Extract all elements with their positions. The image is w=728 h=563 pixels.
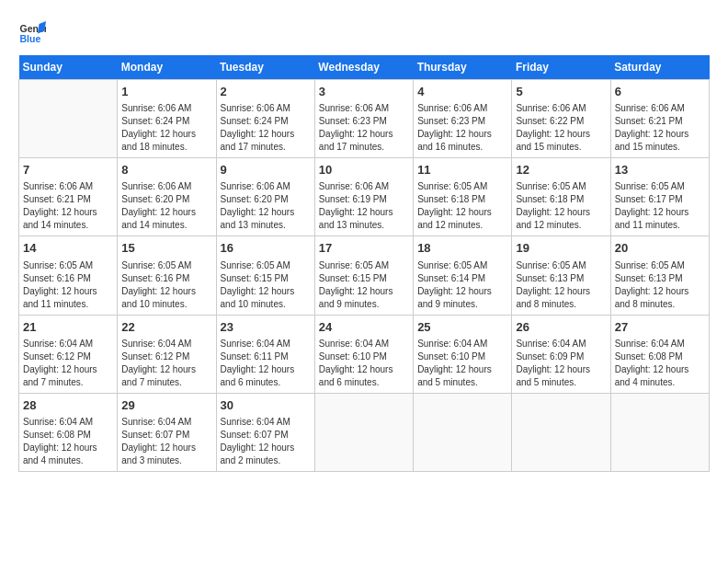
calendar-cell: 6Sunrise: 6:06 AM Sunset: 6:21 PM Daylig… bbox=[610, 80, 709, 158]
column-header-friday: Friday bbox=[512, 55, 610, 80]
calendar-week-row: 21Sunrise: 6:04 AM Sunset: 6:12 PM Dayli… bbox=[19, 315, 710, 393]
day-number: 24 bbox=[319, 319, 409, 336]
day-number: 18 bbox=[417, 240, 507, 257]
logo-icon: General Blue bbox=[18, 18, 46, 46]
calendar-cell: 22Sunrise: 6:04 AM Sunset: 6:12 PM Dayli… bbox=[118, 315, 216, 393]
calendar-cell: 20Sunrise: 6:05 AM Sunset: 6:13 PM Dayli… bbox=[610, 236, 709, 315]
day-info: Sunrise: 6:05 AM Sunset: 6:17 PM Dayligh… bbox=[615, 180, 705, 232]
calendar-table: SundayMondayTuesdayWednesdayThursdayFrid… bbox=[18, 55, 710, 472]
day-number: 14 bbox=[23, 240, 113, 257]
calendar-body: 1Sunrise: 6:06 AM Sunset: 6:24 PM Daylig… bbox=[19, 80, 710, 472]
calendar-week-row: 7Sunrise: 6:06 AM Sunset: 6:21 PM Daylig… bbox=[19, 158, 710, 236]
day-info: Sunrise: 6:06 AM Sunset: 6:20 PM Dayligh… bbox=[221, 180, 311, 232]
day-info: Sunrise: 6:06 AM Sunset: 6:20 PM Dayligh… bbox=[121, 180, 211, 232]
column-header-wednesday: Wednesday bbox=[314, 55, 413, 80]
column-header-thursday: Thursday bbox=[414, 55, 512, 80]
calendar-cell: 30Sunrise: 6:04 AM Sunset: 6:07 PM Dayli… bbox=[216, 393, 314, 471]
calendar-cell: 4Sunrise: 6:06 AM Sunset: 6:23 PM Daylig… bbox=[414, 80, 512, 158]
day-info: Sunrise: 6:04 AM Sunset: 6:12 PM Dayligh… bbox=[23, 338, 113, 389]
day-number: 26 bbox=[516, 319, 606, 336]
day-info: Sunrise: 6:04 AM Sunset: 6:07 PM Dayligh… bbox=[121, 416, 211, 467]
day-number: 5 bbox=[516, 84, 606, 100]
day-number: 2 bbox=[221, 84, 311, 100]
calendar-cell: 28Sunrise: 6:04 AM Sunset: 6:08 PM Dayli… bbox=[19, 393, 118, 471]
day-number: 30 bbox=[221, 397, 311, 414]
calendar-cell: 2Sunrise: 6:06 AM Sunset: 6:24 PM Daylig… bbox=[216, 80, 314, 158]
day-info: Sunrise: 6:04 AM Sunset: 6:10 PM Dayligh… bbox=[417, 338, 507, 389]
column-header-tuesday: Tuesday bbox=[216, 55, 314, 80]
day-number: 19 bbox=[516, 240, 606, 257]
day-info: Sunrise: 6:04 AM Sunset: 6:11 PM Dayligh… bbox=[221, 338, 311, 389]
calendar-cell: 18Sunrise: 6:05 AM Sunset: 6:14 PM Dayli… bbox=[414, 236, 512, 315]
calendar-cell: 24Sunrise: 6:04 AM Sunset: 6:10 PM Dayli… bbox=[314, 315, 413, 393]
day-info: Sunrise: 6:05 AM Sunset: 6:13 PM Dayligh… bbox=[615, 259, 705, 311]
day-info: Sunrise: 6:06 AM Sunset: 6:21 PM Dayligh… bbox=[23, 180, 113, 232]
day-info: Sunrise: 6:04 AM Sunset: 6:07 PM Dayligh… bbox=[221, 416, 311, 467]
day-info: Sunrise: 6:06 AM Sunset: 6:23 PM Dayligh… bbox=[417, 102, 507, 154]
calendar-cell: 11Sunrise: 6:05 AM Sunset: 6:18 PM Dayli… bbox=[414, 158, 512, 236]
day-info: Sunrise: 6:04 AM Sunset: 6:09 PM Dayligh… bbox=[516, 338, 606, 389]
day-number: 8 bbox=[121, 162, 211, 178]
day-number: 11 bbox=[417, 162, 507, 178]
day-info: Sunrise: 6:05 AM Sunset: 6:18 PM Dayligh… bbox=[516, 180, 606, 232]
calendar-cell: 3Sunrise: 6:06 AM Sunset: 6:23 PM Daylig… bbox=[314, 80, 413, 158]
calendar-week-row: 14Sunrise: 6:05 AM Sunset: 6:16 PM Dayli… bbox=[19, 236, 710, 315]
day-number: 25 bbox=[417, 319, 507, 336]
day-info: Sunrise: 6:05 AM Sunset: 6:15 PM Dayligh… bbox=[319, 259, 409, 311]
calendar-cell: 21Sunrise: 6:04 AM Sunset: 6:12 PM Dayli… bbox=[19, 315, 118, 393]
calendar-cell: 9Sunrise: 6:06 AM Sunset: 6:20 PM Daylig… bbox=[216, 158, 314, 236]
day-number: 1 bbox=[121, 84, 211, 100]
day-info: Sunrise: 6:04 AM Sunset: 6:08 PM Dayligh… bbox=[615, 338, 705, 389]
calendar-cell bbox=[610, 393, 709, 471]
day-info: Sunrise: 6:06 AM Sunset: 6:22 PM Dayligh… bbox=[516, 102, 606, 154]
day-info: Sunrise: 6:06 AM Sunset: 6:23 PM Dayligh… bbox=[319, 102, 409, 154]
day-number: 16 bbox=[221, 240, 311, 257]
day-info: Sunrise: 6:04 AM Sunset: 6:08 PM Dayligh… bbox=[23, 416, 113, 467]
day-number: 28 bbox=[23, 397, 113, 414]
day-info: Sunrise: 6:05 AM Sunset: 6:13 PM Dayligh… bbox=[516, 259, 606, 311]
day-number: 20 bbox=[615, 240, 705, 257]
logo: General Blue bbox=[18, 18, 46, 46]
calendar-cell: 16Sunrise: 6:05 AM Sunset: 6:15 PM Dayli… bbox=[216, 236, 314, 315]
calendar-cell: 15Sunrise: 6:05 AM Sunset: 6:16 PM Dayli… bbox=[118, 236, 216, 315]
column-header-saturday: Saturday bbox=[610, 55, 709, 80]
day-number: 10 bbox=[319, 162, 409, 178]
calendar-cell: 27Sunrise: 6:04 AM Sunset: 6:08 PM Dayli… bbox=[610, 315, 709, 393]
calendar-header-row: SundayMondayTuesdayWednesdayThursdayFrid… bbox=[19, 55, 710, 80]
page-header: General Blue bbox=[18, 18, 710, 46]
day-info: Sunrise: 6:05 AM Sunset: 6:16 PM Dayligh… bbox=[23, 259, 113, 311]
calendar-cell bbox=[414, 393, 512, 471]
day-number: 22 bbox=[121, 319, 211, 336]
day-info: Sunrise: 6:06 AM Sunset: 6:24 PM Dayligh… bbox=[221, 102, 311, 154]
calendar-cell: 14Sunrise: 6:05 AM Sunset: 6:16 PM Dayli… bbox=[19, 236, 118, 315]
day-number: 13 bbox=[615, 162, 705, 178]
day-number: 4 bbox=[417, 84, 507, 100]
calendar-cell: 29Sunrise: 6:04 AM Sunset: 6:07 PM Dayli… bbox=[118, 393, 216, 471]
day-info: Sunrise: 6:05 AM Sunset: 6:16 PM Dayligh… bbox=[121, 259, 211, 311]
column-header-sunday: Sunday bbox=[19, 55, 118, 80]
day-number: 9 bbox=[221, 162, 311, 178]
day-number: 27 bbox=[615, 319, 705, 336]
calendar-cell: 23Sunrise: 6:04 AM Sunset: 6:11 PM Dayli… bbox=[216, 315, 314, 393]
calendar-cell bbox=[19, 80, 118, 158]
calendar-cell: 7Sunrise: 6:06 AM Sunset: 6:21 PM Daylig… bbox=[19, 158, 118, 236]
calendar-cell: 10Sunrise: 6:06 AM Sunset: 6:19 PM Dayli… bbox=[314, 158, 413, 236]
day-info: Sunrise: 6:04 AM Sunset: 6:10 PM Dayligh… bbox=[319, 338, 409, 389]
calendar-cell: 8Sunrise: 6:06 AM Sunset: 6:20 PM Daylig… bbox=[118, 158, 216, 236]
day-number: 23 bbox=[221, 319, 311, 336]
day-number: 15 bbox=[121, 240, 211, 257]
svg-text:Blue: Blue bbox=[20, 33, 41, 44]
calendar-cell: 19Sunrise: 6:05 AM Sunset: 6:13 PM Dayli… bbox=[512, 236, 610, 315]
day-number: 17 bbox=[319, 240, 409, 257]
calendar-cell: 17Sunrise: 6:05 AM Sunset: 6:15 PM Dayli… bbox=[314, 236, 413, 315]
calendar-cell bbox=[512, 393, 610, 471]
calendar-cell: 1Sunrise: 6:06 AM Sunset: 6:24 PM Daylig… bbox=[118, 80, 216, 158]
calendar-week-row: 28Sunrise: 6:04 AM Sunset: 6:08 PM Dayli… bbox=[19, 393, 710, 471]
calendar-cell: 12Sunrise: 6:05 AM Sunset: 6:18 PM Dayli… bbox=[512, 158, 610, 236]
day-number: 3 bbox=[319, 84, 409, 100]
day-info: Sunrise: 6:06 AM Sunset: 6:21 PM Dayligh… bbox=[615, 102, 705, 154]
calendar-cell bbox=[314, 393, 413, 471]
day-number: 6 bbox=[615, 84, 705, 100]
day-info: Sunrise: 6:05 AM Sunset: 6:15 PM Dayligh… bbox=[221, 259, 311, 311]
day-number: 21 bbox=[23, 319, 113, 336]
